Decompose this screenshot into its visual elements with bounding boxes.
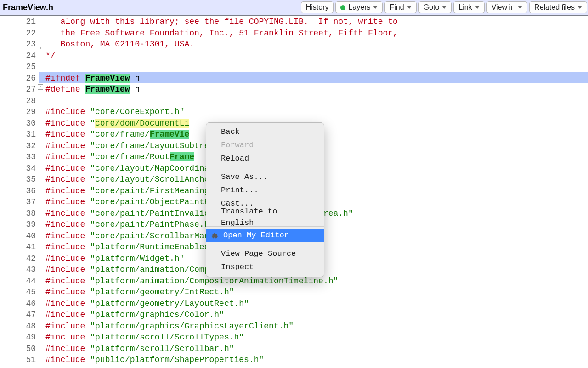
- line-number: 23: [0, 38, 36, 50]
- toolbar-button-label: View in: [492, 3, 515, 12]
- include-path: platform/geometry/LayoutRect.h: [95, 299, 244, 308]
- include-keyword: #include: [45, 322, 90, 331]
- menu-item-translate-to-english[interactable]: Translate to English: [206, 211, 324, 224]
- caret-down-icon: [577, 6, 582, 9]
- include-path: public/platform/ShapeProperties.h: [95, 355, 259, 364]
- line-number: 25: [0, 61, 36, 72]
- code-line[interactable]: #include "platform/graphics/Color.h": [42, 309, 588, 320]
- toolbar-button-view-in[interactable]: View in: [486, 1, 527, 13]
- include-path: platform/geometry/IntRect.h: [95, 288, 229, 297]
- toolbar-button-link[interactable]: Link: [453, 1, 484, 13]
- toolbar-button-label: History: [306, 3, 329, 12]
- line-number: 31: [0, 128, 36, 140]
- menu-item-label: Reload: [221, 153, 249, 165]
- caret-down-icon: [475, 6, 480, 9]
- include-keyword: #include: [45, 107, 90, 116]
- code-line[interactable]: #include "platform/graphics/GraphicsLaye…: [42, 320, 588, 332]
- search-hit: FrameView: [85, 74, 130, 83]
- menu-item-open-my-editor[interactable]: Open My Editor: [206, 229, 324, 242]
- toolbar-button-label: Layers: [348, 3, 370, 12]
- comment-text: Boston, MA 02110-1301, USA.: [60, 40, 194, 49]
- include-keyword: #include: [45, 276, 90, 286]
- line-number: 29: [0, 106, 36, 117]
- context-menu[interactable]: BackForwardReloadSave As...Print...Cast.…: [206, 122, 324, 277]
- line-number: 21: [0, 16, 36, 27]
- toolbar-button-goto[interactable]: Goto: [418, 1, 452, 13]
- code-line[interactable]: #include "platform/scroll/ScrollTypes.h": [42, 331, 588, 343]
- code-line[interactable]: #include "platform/scroll/Scrollbar.h": [42, 343, 588, 354]
- include-keyword: #include: [45, 265, 90, 274]
- include-keyword: #include: [45, 333, 90, 342]
- code-line[interactable]: Boston, MA 02110-1301, USA.: [42, 38, 588, 50]
- include-keyword: #include: [45, 310, 90, 319]
- line-number: 32: [0, 140, 36, 151]
- include-keyword: #include: [45, 186, 90, 196]
- code-line[interactable]: [42, 61, 588, 72]
- menu-item-back[interactable]: Back: [206, 126, 324, 139]
- line-number: 37: [0, 196, 36, 207]
- line-number: 50: [0, 343, 36, 354]
- include-keyword: #include: [45, 231, 90, 241]
- code-line[interactable]: #define FrameView_h: [42, 83, 588, 95]
- code-line[interactable]: */: [42, 50, 588, 61]
- top-bar: FrameView.h HistoryLayersFindGotoLinkVie…: [0, 0, 588, 15]
- line-number: 30: [0, 117, 36, 129]
- search-hit: FrameView: [85, 85, 130, 94]
- code-line[interactable]: [42, 95, 588, 106]
- menu-item-label: View Page Source: [221, 248, 296, 260]
- code-line[interactable]: #include "core/CoreExport.h": [42, 106, 588, 117]
- code-line[interactable]: along with this library; see the file CO…: [42, 16, 588, 27]
- layers-status-dot: [340, 5, 345, 10]
- toolbar-button-layers[interactable]: Layers: [335, 1, 383, 13]
- line-number: 27: [0, 83, 36, 95]
- include-keyword: #include: [45, 344, 90, 353]
- menu-item-label: Inspect: [221, 262, 254, 273]
- menu-item-save-as[interactable]: Save As...: [206, 171, 324, 184]
- line-number: 35: [0, 173, 36, 185]
- menu-item-print[interactable]: Print...: [206, 184, 324, 197]
- line-number: 51: [0, 354, 36, 365]
- toolbar-buttons: HistoryLayersFindGotoLinkView inRelated …: [301, 1, 588, 13]
- line-number: 47: [0, 309, 36, 320]
- comment-text: along with this library; see the file CO…: [60, 17, 398, 26]
- include-path: core/paint/PaintPhase.h: [95, 220, 209, 229]
- include-keyword: #include: [45, 175, 90, 184]
- include-path: platform/graphics/GraphicsLayerClient.h: [95, 322, 288, 331]
- toolbar-button-find[interactable]: Find: [384, 1, 416, 13]
- line-number: 33: [0, 151, 36, 162]
- menu-separator: [206, 168, 324, 168]
- include-path: platform/scroll/ScrollTypes.h: [95, 333, 239, 342]
- line-number: 42: [0, 253, 36, 264]
- file-title: FrameView.h: [3, 3, 53, 12]
- include-keyword: #include: [45, 152, 90, 161]
- toolbar-button-related-files[interactable]: Related files: [529, 1, 587, 13]
- code-line[interactable]: the Free Software Foundation, Inc., 51 F…: [42, 27, 588, 39]
- line-number: 45: [0, 286, 36, 298]
- line-number: 40: [0, 230, 36, 242]
- menu-item-inspect[interactable]: Inspect: [206, 261, 324, 274]
- line-number: 22: [0, 27, 36, 39]
- menu-separator: [206, 245, 324, 245]
- include-keyword: #include: [45, 355, 90, 364]
- include-path: platform/animation/CompositorAnimationTi…: [95, 276, 333, 286]
- line-number: 26: [0, 72, 36, 84]
- code-line[interactable]: #ifndef FrameView_h: [39, 72, 588, 84]
- comment-text: the Free Software Foundation, Inc., 51 F…: [60, 29, 398, 38]
- include-path: platform/Widget.h: [95, 254, 180, 263]
- fold-widget[interactable]: [38, 46, 43, 51]
- toolbar-button-label: Link: [458, 3, 472, 12]
- include-keyword: #include: [45, 299, 90, 308]
- search-hit: Frame: [170, 152, 194, 161]
- partial-match: core/dom/DocumentLi: [95, 119, 189, 128]
- line-number: 43: [0, 264, 36, 275]
- toolbar-button-history[interactable]: History: [301, 1, 334, 13]
- line-number: 39: [0, 218, 36, 230]
- code-line[interactable]: #include "platform/geometry/IntRect.h": [42, 286, 588, 298]
- code-line[interactable]: #include "platform/geometry/LayoutRect.h…: [42, 298, 588, 309]
- menu-item-view-page-source[interactable]: View Page Source: [206, 247, 324, 261]
- preprocessor-keyword: #define: [45, 85, 85, 94]
- line-number: 49: [0, 331, 36, 343]
- fold-widget[interactable]: [38, 84, 43, 90]
- code-line[interactable]: #include "public/platform/ShapePropertie…: [42, 354, 588, 365]
- menu-item-reload[interactable]: Reload: [206, 152, 324, 166]
